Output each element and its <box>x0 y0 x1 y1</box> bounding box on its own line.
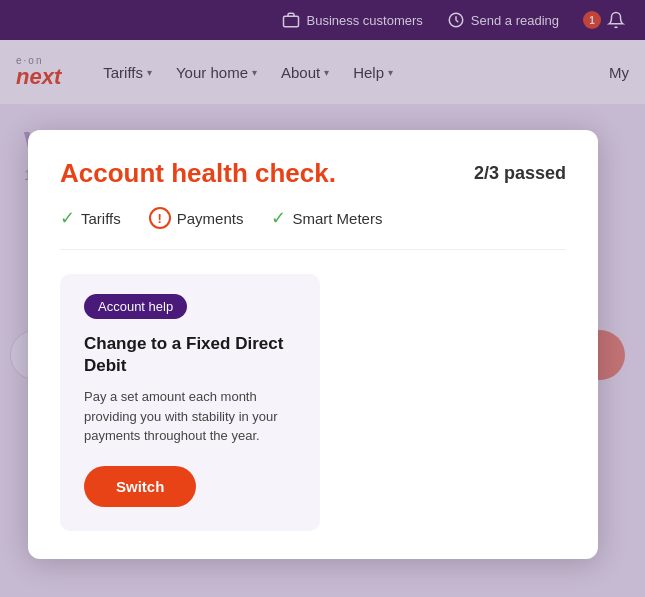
payments-check-label: Payments <box>177 210 244 227</box>
payments-warn-icon: ! <box>149 207 171 229</box>
card-title: Change to a Fixed Direct Debit <box>84 333 296 377</box>
card-badge: Account help <box>84 294 187 319</box>
check-item-payments: ! Payments <box>149 207 244 229</box>
account-help-card: Account help Change to a Fixed Direct De… <box>60 274 320 531</box>
check-item-tariffs: ✓ Tariffs <box>60 207 121 229</box>
smart-meters-ok-icon: ✓ <box>271 207 286 229</box>
health-check-modal: Account health check. 2/3 passed ✓ Tarif… <box>28 130 598 559</box>
modal-passed: 2/3 passed <box>474 163 566 184</box>
check-item-smart-meters: ✓ Smart Meters <box>271 207 382 229</box>
switch-button[interactable]: Switch <box>84 466 196 507</box>
check-items-row: ✓ Tariffs ! Payments ✓ Smart Meters <box>60 207 566 250</box>
modal-title: Account health check. <box>60 158 336 189</box>
smart-meters-check-label: Smart Meters <box>292 210 382 227</box>
tariffs-ok-icon: ✓ <box>60 207 75 229</box>
card-description: Pay a set amount each month providing yo… <box>84 387 296 446</box>
tariffs-check-label: Tariffs <box>81 210 121 227</box>
modal-header: Account health check. 2/3 passed <box>60 158 566 189</box>
